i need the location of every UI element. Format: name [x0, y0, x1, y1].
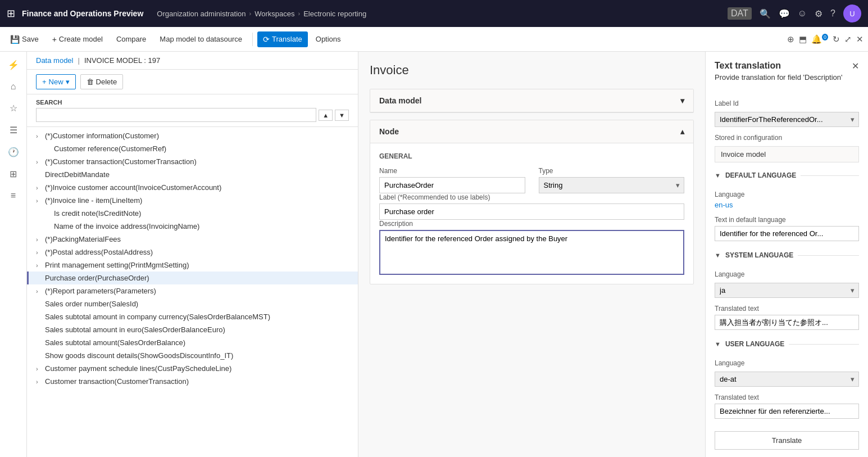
close-editor-icon[interactable]: ✕: [856, 34, 864, 44]
tree-item[interactable]: Sales subtotal amount in euro(SalesOrder…: [27, 323, 358, 336]
menu-icon[interactable]: ☰: [6, 121, 21, 139]
search-nav-icon[interactable]: 🔍: [760, 8, 771, 19]
user-lang-select[interactable]: de-at en-us ja fr-fr: [715, 372, 859, 387]
tree-item[interactable]: ›(*)Invoice customer account(InvoiceCust…: [27, 181, 358, 194]
tree-item[interactable]: ›(*)PackingMaterialFees: [27, 233, 358, 246]
tree-item[interactable]: ›Customer payment schedule lines(CustPay…: [27, 362, 358, 375]
data-model-card-header[interactable]: Data model ▾: [370, 89, 693, 112]
new-button[interactable]: + New ▾: [36, 74, 76, 89]
tree-item[interactable]: ›(*)Postal address(PostalAddress): [27, 246, 358, 259]
search-down-button[interactable]: ▼: [335, 110, 349, 121]
recent-icon[interactable]: 🕐: [4, 143, 22, 161]
translate-button[interactable]: ⟳ Translate: [257, 31, 308, 47]
breadcrumb-org-admin[interactable]: Organization administration: [157, 10, 246, 18]
node-card: Node ▴ GENERAL Name Type: [370, 120, 694, 284]
label-input[interactable]: [379, 203, 684, 220]
system-language-caret[interactable]: ▼: [715, 252, 721, 259]
user-language-line: [789, 344, 859, 345]
app-grid-icon[interactable]: ⊞: [7, 7, 15, 20]
default-language-caret[interactable]: ▼: [715, 172, 721, 179]
tree-item-expander[interactable]: ›: [36, 159, 45, 165]
tree-item[interactable]: Customer reference(CustomerRef): [27, 142, 358, 155]
notification-icon[interactable]: 🔔0: [811, 34, 828, 44]
tree-item[interactable]: ›(*)Report parameters(Parameters): [27, 284, 358, 297]
tree-item-text: Customer reference(CustomerRef): [54, 144, 349, 153]
tree-item-expander[interactable]: ›: [36, 378, 45, 385]
save-button[interactable]: 💾 Save: [4, 31, 44, 47]
tree-item-expander[interactable]: ›: [36, 262, 45, 269]
data-model-link[interactable]: Data model: [36, 56, 73, 65]
user-language-caret[interactable]: ▼: [715, 341, 721, 347]
tree-item-expander[interactable]: ›: [36, 236, 45, 243]
system-lang-select[interactable]: ja en-us de-at fr-fr: [715, 283, 859, 298]
tree-item-expander[interactable]: ›: [36, 288, 45, 295]
help-icon[interactable]: ?: [830, 8, 835, 19]
tree-item[interactable]: ›Customer transaction(CustomerTransactio…: [27, 375, 358, 388]
tree-item-expander[interactable]: ›: [36, 365, 45, 372]
tree-item-expander[interactable]: ›: [36, 197, 45, 204]
list-icon[interactable]: ≡: [7, 187, 19, 204]
node-card-header[interactable]: Node ▴: [370, 120, 693, 143]
type-select[interactable]: String: [539, 177, 685, 193]
left-icon-bar: ⚡ ⌂ ☆ ☰ 🕐 ⊞ ≡: [0, 52, 27, 457]
delete-button[interactable]: 🗑 Delete: [80, 74, 124, 89]
translate-action-button[interactable]: Translate: [715, 431, 859, 450]
tree-item-text: Sales order number(SalesId): [45, 300, 349, 308]
settings-icon[interactable]: ⚙: [815, 8, 822, 19]
node-collapse-icon[interactable]: ▴: [680, 127, 684, 136]
tree-item-text: (*)PackingMaterialFees: [45, 235, 349, 243]
tree-item[interactable]: Sales order number(SalesId): [27, 297, 358, 310]
expand-icon[interactable]: ⤢: [844, 34, 852, 44]
tree-panel: Data model | INVOICE MODEL : 197 + New ▾…: [27, 52, 358, 457]
options-button[interactable]: Options: [310, 31, 347, 47]
tree-item[interactable]: Is credit note(IsCreditNote): [27, 207, 358, 220]
system-translated-input[interactable]: [715, 315, 859, 330]
tree-breadcrumb: Data model | INVOICE MODEL : 197: [27, 52, 358, 70]
tree-item[interactable]: Sales subtotal amount(SalesOrderBalance): [27, 336, 358, 349]
toolbar-icon-1[interactable]: ⊕: [787, 34, 794, 44]
translate-icon: ⟳: [263, 35, 270, 44]
tree-item-expander[interactable]: ›: [36, 249, 45, 256]
description-textarea[interactable]: [379, 230, 684, 275]
map-model-button[interactable]: Map model to datasource: [154, 31, 248, 47]
avatar[interactable]: U: [843, 4, 861, 22]
search-input[interactable]: [36, 108, 316, 122]
tree-item[interactable]: Name of the invoice address(InvoicingNam…: [27, 220, 358, 233]
right-panel-close-icon[interactable]: ✕: [852, 61, 859, 71]
name-input[interactable]: [379, 177, 525, 193]
data-model-collapse-icon[interactable]: ▾: [680, 96, 684, 105]
label-field-label: Label (*Recommended to use labels): [379, 193, 684, 201]
search-up-button[interactable]: ▲: [319, 110, 333, 121]
right-panel-subtitle: Provide translation for field 'Descripti…: [715, 73, 843, 82]
smiley-icon[interactable]: ☺: [798, 8, 807, 19]
refresh-icon[interactable]: ↻: [833, 34, 840, 44]
tree-item[interactable]: Sales subtotal amount in company currenc…: [27, 310, 358, 323]
home-icon[interactable]: ⌂: [7, 78, 20, 95]
text-in-default-lang-input[interactable]: [715, 226, 859, 241]
chat-icon[interactable]: 💬: [779, 8, 790, 19]
tree-item-expander[interactable]: ›: [36, 133, 45, 139]
label-id-select[interactable]: IdentifierForTheReferencedOr...: [715, 112, 859, 127]
tree-item[interactable]: ›Print management setting(PrintMgmtSetti…: [27, 259, 358, 272]
tree-item[interactable]: Show goods discount details(ShowGoodsDis…: [27, 349, 358, 362]
toolbar-icon-2[interactable]: ⬒: [799, 34, 807, 44]
tree-item[interactable]: ›(*)Invoice line - item(LineItem): [27, 194, 358, 207]
tree-item[interactable]: DirectDebitMandate: [27, 168, 358, 181]
text-in-default-lang-label: Text in default language: [715, 216, 859, 224]
grid-icon[interactable]: ⊞: [6, 165, 20, 183]
content-area: ⚡ ⌂ ☆ ☰ 🕐 ⊞ ≡ Data model | INVOICE MODEL…: [0, 52, 868, 457]
compare-button[interactable]: Compare: [111, 31, 152, 47]
breadcrumb-workspaces[interactable]: Workspaces: [255, 10, 294, 18]
tree-item[interactable]: ›(*)Customer transaction(CustomerTransac…: [27, 155, 358, 168]
user-translated-input[interactable]: [715, 404, 859, 419]
tree-item-expander[interactable]: ›: [36, 184, 45, 191]
breadcrumb-electronic-reporting[interactable]: Electronic reporting: [303, 10, 366, 18]
page-title: Invoice: [370, 63, 694, 78]
tree-item[interactable]: Purchase order(PurchaseOrder): [27, 272, 358, 284]
tree-item[interactable]: ›(*)Customer information(Customer): [27, 129, 358, 142]
star-icon[interactable]: ☆: [6, 99, 21, 117]
tree-item-text: (*)Customer transaction(CustomerTransact…: [45, 157, 349, 166]
filter-icon[interactable]: ⚡: [4, 56, 22, 74]
create-model-button[interactable]: + Create model: [47, 31, 108, 47]
tree-item-text: Show goods discount details(ShowGoodsDis…: [45, 351, 349, 360]
